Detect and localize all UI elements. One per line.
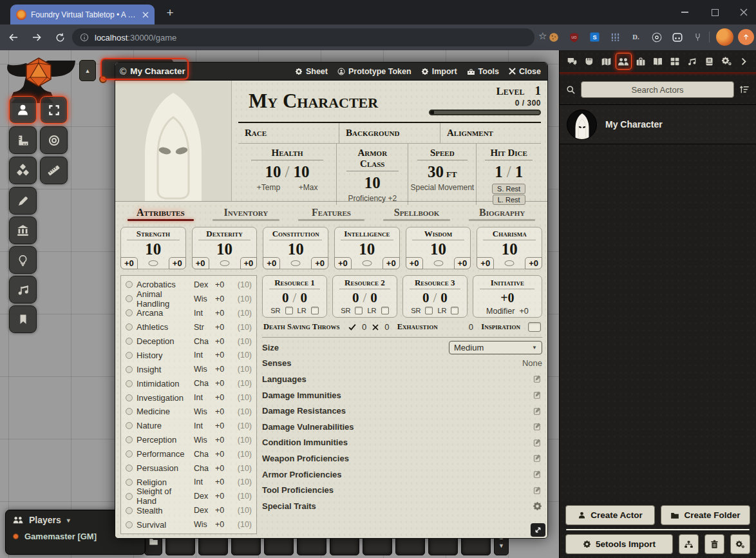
tool-wall-controls[interactable] [9,216,37,244]
skill-row[interactable]: Medicine Wis +0 (10) [126,405,252,419]
sheet-tab[interactable]: Inventory [203,207,289,221]
initiative-modifier[interactable]: +0 [519,307,528,316]
sidebar-tab-scenes[interactable] [598,53,614,70]
window-minimize-button[interactable] [670,0,699,24]
sheet-tab[interactable]: Attributes [118,207,203,221]
character-name[interactable]: My Character [238,81,424,122]
search-actors-input[interactable] [581,81,734,98]
create-actor-button[interactable]: Create Actor [565,505,655,525]
resource-value[interactable]: 0/0 [333,290,397,306]
ability-mod[interactable]: +0 [311,257,328,269]
sidebar-tab-compendium[interactable] [701,53,717,70]
ability-score[interactable]: 10 [406,240,471,259]
actor-name[interactable]: My Character [605,119,663,130]
delete-button[interactable] [704,534,724,554]
ability-proficiency-toggle[interactable] [220,260,229,266]
special-movement-label[interactable]: Special Movement [408,183,476,192]
ability-mod[interactable]: +0 [169,257,186,269]
detail-field[interactable]: Race [238,123,339,143]
extension-cookie-icon[interactable] [547,30,560,44]
skill-name[interactable]: Insight [137,365,190,374]
ability-name[interactable]: Constitution [269,229,322,240]
fivetools-import-button[interactable]: 5etools Import [565,534,673,554]
window-resize-handle[interactable] [531,523,545,537]
extension-shield-icon[interactable]: UO [567,30,581,44]
import-button[interactable]: Import [421,67,457,76]
resource-value[interactable]: 0/0 [403,290,467,306]
temp-hp-label[interactable]: +Temp [257,183,280,192]
tool-token-controls[interactable] [9,96,37,124]
sidebar-tab-items[interactable] [633,53,649,70]
skill-name[interactable]: Religion [137,477,190,487]
skill-name[interactable]: Deception [137,336,190,346]
detail-field[interactable]: Alignment [440,123,541,143]
tools-button[interactable]: Tools [467,67,499,76]
sr-checkbox[interactable] [425,307,433,314]
edit-icon[interactable] [533,407,542,416]
sidebar-collapse-button[interactable] [735,53,751,70]
skill-name[interactable]: Intimidation [137,379,190,389]
tool-ruler[interactable] [40,157,68,184]
browser-update-button[interactable] [738,29,754,45]
settings-button[interactable] [730,534,750,554]
skill-row[interactable]: Intimidation Cha +0 (10) [126,376,252,390]
skill-row[interactable]: Deception Cha +0 (10) [126,334,252,349]
skill-proficiency-toggle[interactable] [126,394,133,401]
page-down-icon[interactable]: ▼ [498,543,504,549]
new-tab-button[interactable]: + [162,5,178,21]
ability-save-mod[interactable]: +0 [477,257,494,269]
skill-proficiency-toggle[interactable] [126,309,133,316]
long-rest-button[interactable]: L. Rest [493,195,525,205]
edit-icon[interactable] [533,422,542,431]
folder-tree-button[interactable] [679,534,699,554]
resource-label[interactable]: Resource 2 [339,278,390,289]
skill-proficiency-toggle[interactable] [126,436,133,443]
skill-name[interactable]: Survival [137,520,190,530]
tool-select-tokens[interactable] [40,96,68,124]
ability-save-mod[interactable]: +0 [192,257,209,269]
level-value[interactable]: 1 [535,84,542,97]
tool-drawing-controls[interactable] [9,187,37,215]
skill-row[interactable]: Nature Int +0 (10) [126,419,252,433]
profile-avatar[interactable] [716,28,733,46]
lr-checkbox[interactable] [451,307,458,314]
death-fail-count[interactable]: 0 [384,322,389,332]
skill-row[interactable]: Survival Wis +0 (10) [126,517,252,532]
ability-block[interactable]: Wisdom 10 +0 +0 [406,227,471,269]
ability-proficiency-toggle[interactable] [291,260,301,266]
sidebar-tab-settings[interactable] [719,53,735,70]
sr-checkbox[interactable] [285,307,293,314]
skill-proficiency-toggle[interactable] [126,479,133,486]
ability-block[interactable]: Strength 10 +0 +0 [120,227,186,269]
skill-row[interactable]: Insight Wis +0 (10) [126,362,252,376]
extension-d-icon[interactable]: D. [629,30,643,44]
skill-row[interactable]: Persuasion Cha +0 (10) [126,461,252,476]
xp-text[interactable]: 0 / 300 [424,99,541,108]
tab-close-icon[interactable] [142,12,149,18]
extension-fork-icon[interactable] [691,30,704,44]
skill-proficiency-toggle[interactable] [126,338,133,345]
skill-row[interactable]: Animal Handling Wis +0 (10) [126,292,252,306]
edit-icon[interactable] [533,438,542,447]
ability-mod[interactable]: +0 [454,257,471,269]
skill-name[interactable]: Medicine [137,407,190,416]
prototype-token-button[interactable]: Prototype Token [337,67,411,76]
death-fail-icon[interactable] [372,323,379,331]
skill-proficiency-toggle[interactable] [126,295,133,302]
skill-row[interactable]: Arcana Int +0 (10) [126,306,252,320]
initiative-value[interactable]: +0 [473,291,542,305]
skill-proficiency-toggle[interactable] [126,450,133,457]
ability-score[interactable]: 10 [477,240,542,259]
extension-s-icon[interactable]: S [588,30,601,44]
skill-proficiency-toggle[interactable] [126,507,133,514]
lr-checkbox[interactable] [381,307,389,314]
character-portrait[interactable] [115,81,232,201]
window-header[interactable]: © My Character Sheet Prototype Token Imp… [115,63,547,81]
edit-icon[interactable] [533,390,542,399]
resource-label[interactable]: Resource 1 [269,278,320,289]
death-success-count[interactable]: 0 [362,322,366,332]
extension-eye-icon[interactable] [650,30,663,44]
skill-name[interactable]: Performance [137,449,190,459]
skill-name[interactable]: History [137,351,190,360]
exhaustion-value[interactable]: 0 [469,322,473,332]
